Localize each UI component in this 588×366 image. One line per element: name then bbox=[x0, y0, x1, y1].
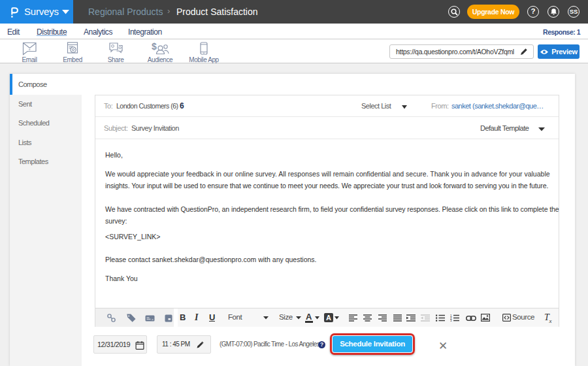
svg-text:$: $ bbox=[152, 42, 157, 52]
svg-text:3: 3 bbox=[450, 319, 452, 322]
